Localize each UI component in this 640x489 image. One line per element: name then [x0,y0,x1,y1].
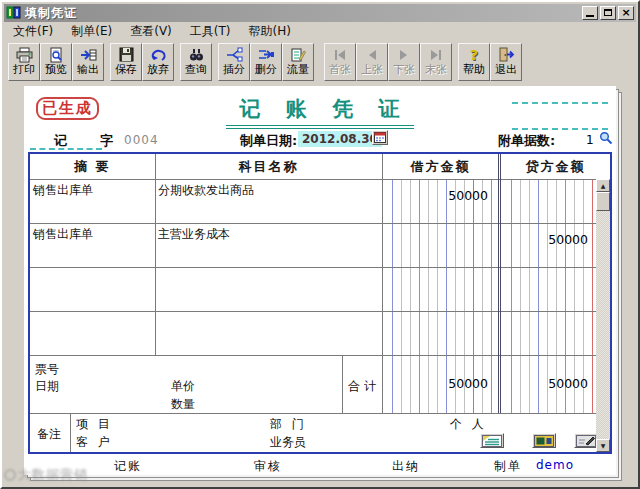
signature-button[interactable] [574,433,598,448]
watermark-logo-icon [4,469,16,481]
grid-line [382,154,383,413]
card-button[interactable] [532,433,556,448]
exit-door-icon [498,46,515,63]
preview-button[interactable]: 预览 [40,43,72,81]
exit-button[interactable]: 退出 [490,43,522,81]
attachments-zoom-button[interactable] [598,130,614,145]
help-button[interactable]: ? 帮助 [458,43,490,81]
customer-label[interactable]: 客 户 [76,434,113,451]
maker-name: demo [536,458,574,472]
next-icon [398,46,410,63]
exit-label: 退出 [495,63,517,77]
row-account-cell[interactable]: 分期收款发出商品 [155,179,382,202]
help-question-icon: ? [470,46,478,63]
floppy-icon [119,46,134,63]
project-label[interactable]: 项 目 [76,416,113,433]
row-debit-amount[interactable]: 50000 [430,188,488,203]
row-summary-cell[interactable] [30,267,155,273]
cashflow-button[interactable]: 流量 [282,43,314,81]
header-credit: 贷方金额 [501,154,610,179]
dashed-line-top [512,102,608,104]
table-scrollbar[interactable]: ▲ ▼ [596,179,610,452]
scrollbar-thumb[interactable] [596,192,610,211]
export-button[interactable]: 输出 [72,43,104,81]
toolbar: 打印 预览 输出 保存 放弃 查询 插分 删分 [4,40,636,84]
row-account-cell[interactable] [155,267,382,273]
header-debit: 借方金额 [382,154,499,179]
print-label: 打印 [13,63,35,77]
app-window: 填制凭证 × 文件(F) 制单(E) 查看(V) 工具(T) 帮助(H) 打印 … [0,0,640,489]
next-voucher-button[interactable]: 下张 [388,43,420,81]
undo-arrow-icon [150,46,167,63]
calendar-icon [374,132,386,143]
last-label: 末张 [425,63,447,77]
quantity-label: 数量 [168,393,198,416]
printer-icon [16,46,33,63]
watermark: 大数据营销 [4,466,88,484]
maximize-button[interactable] [600,6,616,20]
department-label[interactable]: 部 门 [270,416,307,433]
calendar-picker-button[interactable] [372,130,388,145]
minimize-button[interactable] [582,6,598,20]
scroll-up-button[interactable]: ▲ [596,179,610,192]
prev-voucher-button[interactable]: 上张 [356,43,388,81]
title-bar[interactable]: 填制凭证 × [4,4,636,22]
grid-line [70,413,71,452]
app-icon [6,4,21,23]
attachments-count[interactable]: 1 [586,133,594,147]
preview-icon [48,46,64,63]
close-button[interactable]: × [618,6,634,20]
row-account-cell[interactable]: 主营业务成本 [155,223,382,246]
window-title: 填制凭证 [25,5,77,22]
voucher-title: 记 账 凭 证 [24,95,616,129]
total-label: 合 计 [342,375,382,398]
menu-file[interactable]: 文件(F) [4,22,62,41]
note-icon [482,435,502,447]
menu-voucher[interactable]: 制单(E) [62,22,121,41]
remark-label: 备注 [34,423,64,446]
date-field[interactable]: 2012.08.30 [298,131,382,147]
delete-split-icon [258,46,275,63]
print-button[interactable]: 打印 [8,43,40,81]
salesman-label[interactable]: 业务员 [270,434,306,451]
save-label: 保存 [115,63,137,77]
discard-button[interactable]: 放弃 [142,43,174,81]
grid-line [30,413,596,414]
export-label: 输出 [77,63,99,77]
last-icon [429,46,443,63]
prev-label: 上张 [361,63,383,77]
person-label[interactable]: 个 人 [450,416,487,433]
row-account-cell[interactable] [155,311,382,317]
query-button[interactable]: 查询 [180,43,212,81]
binoculars-icon [188,46,205,63]
dashed-line-mid [512,128,608,130]
first-voucher-button[interactable]: 首张 [324,43,356,81]
delete-entry-button[interactable]: 删分 [250,43,282,81]
header-summary: 摘 要 [30,154,155,179]
attachments-label: 附单据数: [498,132,555,150]
last-voucher-button[interactable]: 末张 [420,43,452,81]
delete-entry-label: 删分 [255,63,277,77]
menu-tools[interactable]: 工具(T) [181,22,240,41]
row-credit-amount[interactable]: 50000 [530,232,588,247]
save-button[interactable]: 保存 [110,43,142,81]
row-summary-cell[interactable] [30,311,155,317]
debit-credit-divider [498,154,501,413]
row-summary-cell[interactable]: 销售出库单 [30,223,155,246]
total-debit-amount: 50000 [430,376,488,391]
ticket-date-label: 日期 [32,375,62,398]
voucher-page: 已生成 记 账 凭 证 记 字 0004 制单日期: 2012.08.30 附单… [24,86,616,475]
insert-entry-button[interactable]: 插分 [218,43,250,81]
row-summary-cell[interactable]: 销售出库单 [30,179,155,202]
menu-help[interactable]: 帮助(H) [240,22,300,41]
attachment-note-button[interactable] [480,433,504,448]
date-label: 制单日期: [240,132,297,150]
export-icon [80,46,97,63]
cashflow-label: 流量 [287,63,309,77]
voucher-word-suffix: 字 [100,132,113,150]
pen-icon [576,435,596,447]
next-label: 下张 [393,63,415,77]
scroll-down-button[interactable]: ▼ [596,439,610,452]
voucher-number[interactable]: 0004 [124,133,159,147]
menu-view[interactable]: 查看(V) [121,22,181,41]
